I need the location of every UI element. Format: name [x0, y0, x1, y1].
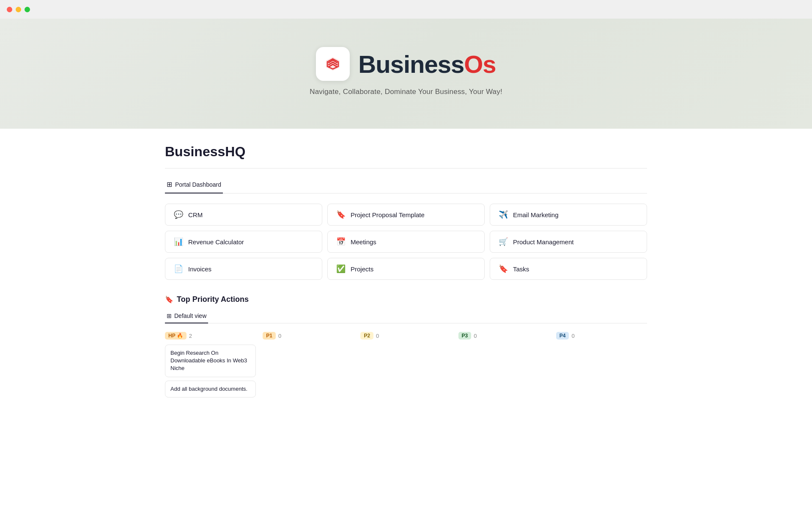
- nav-card-label-6: Invoices: [188, 265, 211, 273]
- tab-dashboard-label: Portal Dashboard: [175, 181, 221, 188]
- priority-bookmark-icon: 🔖: [165, 295, 173, 304]
- nav-card-icon-4: 📅: [335, 237, 346, 246]
- app-logo: [316, 47, 350, 81]
- priority-badge-0: HP 🔥: [165, 332, 187, 340]
- nav-card-icon-0: 💬: [173, 210, 184, 219]
- priority-col-4: P4 0: [556, 332, 647, 401]
- logo-svg: [322, 53, 344, 75]
- nav-grid: 💬 CRM 🔖 Project Proposal Template ✈️ Ema…: [165, 204, 647, 280]
- priority-header-2: P2 0: [360, 332, 451, 340]
- priority-badge-2: P2: [360, 332, 373, 340]
- maximize-button[interactable]: [25, 7, 30, 12]
- tab-dashboard-icon: ⊞: [167, 180, 172, 188]
- nav-card-meetings[interactable]: 📅 Meetings: [327, 231, 485, 253]
- nav-card-email-marketing[interactable]: ✈️ Email Marketing: [490, 204, 647, 226]
- page-title: BusinessHQ: [165, 144, 647, 160]
- priority-count-4: 0: [571, 333, 574, 339]
- hero-banner: BusinessOs Navigate, Collaborate, Domina…: [0, 19, 812, 129]
- close-button[interactable]: [7, 7, 12, 12]
- priority-badge-3: P3: [458, 332, 472, 340]
- priority-col-0: HP 🔥 2 Begin Research On Downloadable eB…: [165, 332, 256, 401]
- task-card-0-1[interactable]: Add all background documents.: [165, 381, 256, 398]
- hero-tagline: Navigate, Collaborate, Dominate Your Bus…: [310, 88, 502, 96]
- nav-card-icon-5: 🛒: [498, 237, 509, 246]
- nav-card-project-proposal-template[interactable]: 🔖 Project Proposal Template: [327, 204, 485, 226]
- priority-count-0: 2: [189, 333, 192, 339]
- priority-columns: HP 🔥 2 Begin Research On Downloadable eB…: [165, 332, 647, 401]
- priority-section-header: 🔖 Top Priority Actions: [165, 295, 647, 304]
- priority-count-3: 0: [474, 333, 477, 339]
- nav-card-icon-8: 🔖: [498, 264, 509, 273]
- title-divider: [165, 168, 647, 168]
- nav-card-label-8: Tasks: [513, 265, 529, 273]
- nav-card-icon-7: ✅: [335, 264, 346, 273]
- nav-card-icon-2: ✈️: [498, 210, 509, 219]
- nav-card-label-5: Product Management: [513, 238, 573, 246]
- sub-tabs: ⊞ Default view: [165, 310, 647, 323]
- priority-header-4: P4 0: [556, 332, 647, 340]
- brand-business: Business: [358, 50, 464, 78]
- priority-header-3: P3 0: [458, 332, 549, 340]
- priority-header-0: HP 🔥 2: [165, 332, 256, 340]
- priority-col-2: P2 0: [360, 332, 451, 401]
- priority-section-title: Top Priority Actions: [177, 295, 249, 304]
- nav-card-label-4: Meetings: [351, 238, 376, 246]
- brand-os: Os: [464, 50, 496, 78]
- nav-card-label-2: Email Marketing: [513, 211, 559, 218]
- main-content: BusinessHQ ⊞ Portal Dashboard 💬 CRM 🔖 Pr…: [131, 129, 681, 418]
- nav-card-label-0: CRM: [188, 211, 203, 218]
- nav-card-tasks[interactable]: 🔖 Tasks: [490, 258, 647, 280]
- nav-card-icon-1: 🔖: [335, 210, 346, 219]
- tab-portal-dashboard[interactable]: ⊞ Portal Dashboard: [165, 177, 223, 193]
- brand-name: BusinessOs: [358, 50, 496, 78]
- priority-col-1: P1 0: [263, 332, 354, 401]
- nav-card-product-management[interactable]: 🛒 Product Management: [490, 231, 647, 253]
- priority-header-1: P1 0: [263, 332, 354, 340]
- nav-card-icon-6: 📄: [173, 264, 184, 273]
- sub-tab-icon: ⊞: [167, 312, 172, 319]
- titlebar: [0, 0, 812, 19]
- sub-tab-default-view[interactable]: ⊞ Default view: [165, 310, 208, 323]
- task-card-0-0[interactable]: Begin Research On Downloadable eBooks In…: [165, 345, 256, 377]
- nav-card-icon-3: 📊: [173, 237, 184, 246]
- priority-count-1: 0: [278, 333, 281, 339]
- priority-col-3: P3 0: [458, 332, 549, 401]
- priority-badge-1: P1: [263, 332, 276, 340]
- nav-card-label-7: Projects: [351, 265, 373, 273]
- sub-tab-label: Default view: [174, 312, 206, 319]
- priority-count-2: 0: [376, 333, 379, 339]
- minimize-button[interactable]: [16, 7, 21, 12]
- priority-badge-4: P4: [556, 332, 569, 340]
- main-tabs: ⊞ Portal Dashboard: [165, 177, 647, 193]
- nav-card-crm[interactable]: 💬 CRM: [165, 204, 322, 226]
- hero-logo-group: BusinessOs: [316, 47, 496, 81]
- nav-card-revenue-calculator[interactable]: 📊 Revenue Calculator: [165, 231, 322, 253]
- nav-card-projects[interactable]: ✅ Projects: [327, 258, 485, 280]
- nav-card-label-3: Revenue Calculator: [188, 238, 244, 246]
- nav-card-invoices[interactable]: 📄 Invoices: [165, 258, 322, 280]
- nav-card-label-1: Project Proposal Template: [351, 211, 425, 218]
